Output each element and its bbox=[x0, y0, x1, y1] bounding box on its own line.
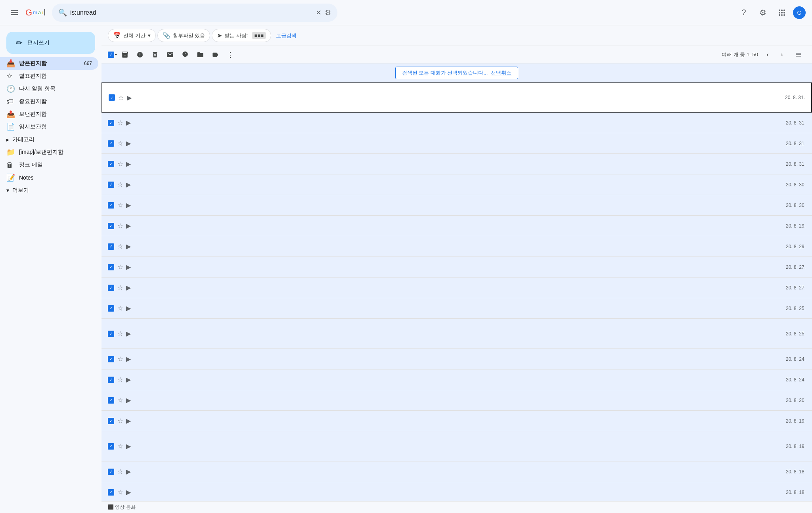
avatar[interactable]: G bbox=[793, 6, 806, 19]
top-bar-right: ? ⚙ G bbox=[736, 5, 806, 21]
report-spam-button[interactable] bbox=[133, 48, 147, 62]
sidebar-item-imap[interactable]: 📁 [imap]/보낸편지함 bbox=[0, 146, 98, 159]
compose-button[interactable]: ✏ 편지쓰기 bbox=[6, 32, 95, 54]
row-checkbox[interactable] bbox=[108, 443, 114, 450]
table-row[interactable]: ☆ ▶ 20. 8. 19. bbox=[102, 411, 812, 431]
table-row[interactable]: ☆ ▶ 20. 8. 31. bbox=[102, 154, 812, 174]
table-row[interactable]: ☆ ▶ 20. 8. 24. bbox=[102, 369, 812, 390]
table-row[interactable]: ☆ ▶ 20. 8. 25. bbox=[102, 298, 812, 319]
apps-button[interactable] bbox=[774, 5, 790, 21]
star-icon[interactable]: ☆ bbox=[117, 284, 123, 291]
table-row[interactable]: ☆ ▶ 20. 8. 29. bbox=[102, 236, 812, 257]
row-date: 20. 8. 24. bbox=[786, 356, 806, 362]
row-checkbox[interactable] bbox=[108, 120, 114, 126]
sidebar-item-notes[interactable]: 📝 Notes bbox=[0, 171, 98, 184]
sidebar-item-drafts[interactable]: 📄 임시보관함 bbox=[0, 121, 98, 133]
row-checkbox[interactable] bbox=[108, 356, 114, 362]
star-icon[interactable]: ☆ bbox=[117, 263, 123, 271]
attachment-filter-chip[interactable]: 📎 첨부파일 있음 bbox=[157, 29, 211, 42]
row-checkbox[interactable] bbox=[109, 94, 115, 101]
table-row[interactable]: ☆ ▶ 20. 8. 24. bbox=[102, 349, 812, 369]
row-date: 20. 8. 31. bbox=[786, 141, 806, 146]
date-filter-chip[interactable]: 📅 전체 기간 ▾ bbox=[108, 29, 156, 42]
table-row[interactable]: ☆ ▶ 20. 8. 27. bbox=[102, 278, 812, 298]
star-icon[interactable]: ☆ bbox=[117, 330, 123, 337]
star-icon[interactable]: ☆ bbox=[117, 222, 123, 230]
table-row[interactable]: ☆ ▶ 20. 8. 29. bbox=[102, 216, 812, 236]
row-checkbox[interactable] bbox=[108, 418, 114, 424]
row-checkbox[interactable] bbox=[108, 202, 114, 209]
table-row[interactable]: ☆ ▶ 20. 8. 18. bbox=[102, 482, 812, 501]
hamburger-button[interactable] bbox=[6, 5, 22, 21]
label-button[interactable] bbox=[208, 48, 222, 62]
row-checkbox[interactable] bbox=[108, 285, 114, 291]
delete-button[interactable] bbox=[148, 48, 162, 62]
more-actions-button[interactable]: ⋮ bbox=[223, 48, 237, 62]
star-icon[interactable]: ☆ bbox=[117, 468, 123, 475]
snooze-button[interactable] bbox=[178, 48, 192, 62]
row-checkbox[interactable] bbox=[108, 264, 114, 270]
row-checkbox[interactable] bbox=[108, 182, 114, 188]
table-row[interactable]: ☆ ▶ 20. 8. 27. bbox=[102, 257, 812, 278]
next-page-button[interactable]: › bbox=[776, 48, 788, 61]
row-checkbox[interactable] bbox=[108, 489, 114, 496]
row-checkbox[interactable] bbox=[108, 243, 114, 250]
row-checkbox[interactable] bbox=[108, 397, 114, 404]
table-row[interactable]: ☆ ▶ 20. 8. 30. bbox=[102, 174, 812, 195]
table-row[interactable]: ☆ ▶ 20. 8. 20. bbox=[102, 390, 812, 411]
star-icon[interactable]: ☆ bbox=[118, 94, 124, 101]
sidebar-item-inbox[interactable]: 📥 받은편지함 667 bbox=[0, 57, 98, 70]
table-row[interactable]: ☆ ▶ 20. 8. 31. bbox=[102, 113, 812, 133]
help-button[interactable]: ? bbox=[736, 5, 752, 21]
row-checkbox[interactable] bbox=[108, 305, 114, 312]
more-section[interactable]: ▾ 더보기 bbox=[0, 184, 102, 197]
sidebar-item-important[interactable]: 🏷 중요편지함 bbox=[0, 95, 98, 108]
table-row[interactable]: ☆ ▶ 20. 8. 30. bbox=[102, 195, 812, 216]
density-button[interactable] bbox=[791, 48, 806, 62]
star-icon[interactable]: ☆ bbox=[117, 181, 123, 188]
star-icon[interactable]: ☆ bbox=[117, 442, 123, 450]
row-checkbox[interactable] bbox=[108, 469, 114, 475]
checkbox-arrow[interactable]: ▾ bbox=[115, 52, 117, 57]
row-checkbox[interactable] bbox=[108, 377, 114, 383]
clear-search-icon[interactable]: ✕ bbox=[316, 8, 322, 17]
row-checkbox[interactable] bbox=[108, 223, 114, 229]
advanced-search-link[interactable]: 고급검색 bbox=[276, 32, 297, 39]
table-row[interactable]: ☆ ▶ 20. 8. 31. bbox=[102, 82, 812, 113]
star-icon[interactable]: ☆ bbox=[117, 396, 123, 404]
star-icon[interactable]: ☆ bbox=[117, 376, 123, 383]
deselect-link[interactable]: 선택취소 bbox=[491, 69, 511, 77]
star-icon[interactable]: ☆ bbox=[117, 140, 123, 147]
search-filter-icon[interactable]: ⚙ bbox=[325, 8, 331, 17]
categories-section[interactable]: ▸ 카테고리 bbox=[0, 133, 102, 146]
settings-button[interactable]: ⚙ bbox=[755, 5, 771, 21]
row-checkbox[interactable] bbox=[108, 161, 114, 167]
sidebar-item-snoozed[interactable]: 🕐 다시 알림 항목 bbox=[0, 82, 98, 95]
table-row[interactable]: ☆ ▶ 20. 8. 19. bbox=[102, 431, 812, 461]
star-icon[interactable]: ☆ bbox=[117, 417, 123, 425]
archive-button[interactable] bbox=[118, 48, 132, 62]
prev-page-button[interactable]: ‹ bbox=[761, 48, 774, 61]
move-button[interactable] bbox=[193, 48, 207, 62]
table-row[interactable]: ☆ ▶ 20. 8. 18. bbox=[102, 461, 812, 482]
star-icon[interactable]: ☆ bbox=[117, 243, 123, 250]
checkbox-checked[interactable] bbox=[108, 52, 114, 58]
table-row[interactable]: ☆ ▶ 20. 8. 25. bbox=[102, 319, 812, 349]
from-filter-chip[interactable]: ➤ 받는 사람: ■■■ bbox=[212, 29, 271, 42]
sidebar-item-junk[interactable]: 🗑 정크 메일 bbox=[0, 159, 98, 171]
table-row[interactable]: ☆ ▶ 20. 8. 31. bbox=[102, 133, 812, 154]
mark-read-button[interactable] bbox=[163, 48, 177, 62]
sidebar-item-starred[interactable]: ☆ 별표편지함 bbox=[0, 70, 98, 82]
star-icon[interactable]: ☆ bbox=[117, 488, 123, 496]
star-icon[interactable]: ☆ bbox=[117, 355, 123, 363]
star-icon[interactable]: ☆ bbox=[117, 304, 123, 312]
select-all-checkbox[interactable]: ▾ bbox=[108, 52, 117, 58]
video-call-link[interactable]: ⬛ 영상 통화 bbox=[108, 504, 136, 511]
row-checkbox[interactable] bbox=[108, 331, 114, 337]
star-icon[interactable]: ☆ bbox=[117, 201, 123, 209]
sidebar-item-sent[interactable]: 📤 보낸편지함 bbox=[0, 108, 98, 121]
search-input[interactable] bbox=[70, 9, 312, 16]
row-checkbox[interactable] bbox=[108, 140, 114, 147]
star-icon[interactable]: ☆ bbox=[117, 119, 123, 126]
star-icon[interactable]: ☆ bbox=[117, 160, 123, 168]
